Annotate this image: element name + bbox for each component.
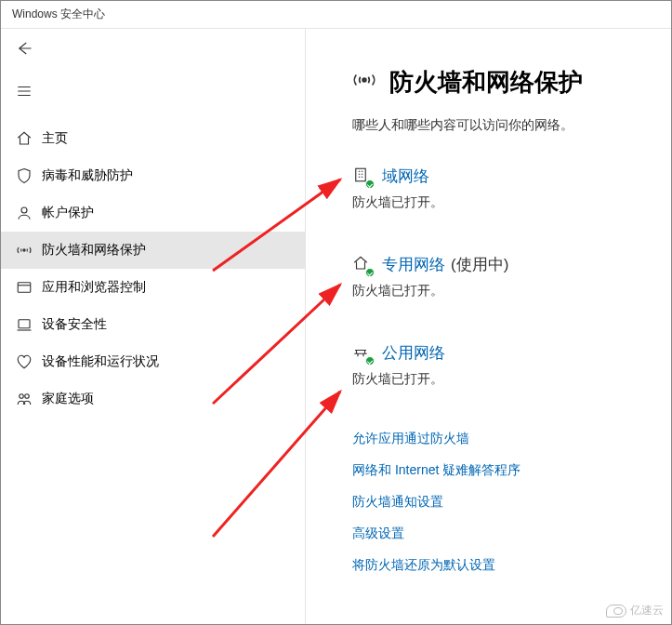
page-description: 哪些人和哪些内容可以访问你的网络。	[352, 117, 671, 134]
app-icon	[16, 279, 42, 296]
content-area: 防火墙和网络保护 哪些人和哪些内容可以访问你的网络。 域网络 防火墙已打开。 专…	[306, 29, 671, 624]
link-troubleshoot[interactable]: 网络和 Internet 疑难解答程序	[352, 462, 671, 479]
link-allow-app[interactable]: 允许应用通过防火墙	[352, 431, 671, 447]
network-public[interactable]: 公用网络 防火墙已打开。	[352, 342, 671, 388]
network-private[interactable]: 专用网络 (使用中) 防火墙已打开。	[352, 254, 671, 299]
sidebar-item-label: 主页	[42, 130, 68, 147]
building-icon	[352, 166, 373, 187]
link-advanced[interactable]: 高级设置	[352, 525, 671, 542]
bench-icon	[352, 343, 373, 364]
family-icon	[16, 391, 42, 407]
account-icon	[16, 205, 42, 221]
sidebar-item-home[interactable]: 主页	[1, 120, 305, 157]
svg-point-4	[20, 394, 24, 399]
network-domain[interactable]: 域网络 防火墙已打开。	[352, 166, 671, 211]
sidebar-item-family[interactable]: 家庭选项	[1, 380, 305, 418]
sidebar-item-label: 防火墙和网络保护	[42, 242, 146, 259]
sidebar: 主页 病毒和威胁防护 帐户保护 防火墙和网络保护	[1, 29, 306, 624]
window-title: Windows 安全中心	[12, 7, 105, 22]
sidebar-item-firewall[interactable]: 防火墙和网络保护	[1, 232, 305, 269]
shield-icon	[16, 167, 42, 184]
device-icon	[16, 316, 42, 333]
network-status: 防火墙已打开。	[352, 371, 671, 388]
svg-rect-2	[18, 283, 31, 293]
link-restore-default[interactable]: 将防火墙还原为默认设置	[352, 557, 671, 574]
sidebar-item-device-security[interactable]: 设备安全性	[1, 306, 305, 343]
title-bar: Windows 安全中心	[1, 1, 671, 29]
svg-rect-3	[19, 320, 30, 328]
sidebar-item-label: 帐户保护	[42, 205, 94, 221]
sidebar-item-label: 设备安全性	[42, 316, 107, 333]
sidebar-item-virus[interactable]: 病毒和威胁防护	[1, 157, 305, 194]
svg-point-6	[362, 78, 366, 82]
house-icon	[352, 255, 373, 275]
svg-rect-7	[356, 168, 366, 181]
sidebar-item-account[interactable]: 帐户保护	[1, 194, 305, 232]
network-title: 域网络	[382, 166, 429, 187]
watermark-text: 亿速云	[630, 603, 664, 618]
watermark: 亿速云	[606, 603, 664, 618]
heart-icon	[16, 353, 42, 370]
cloud-icon	[606, 605, 626, 618]
sidebar-item-label: 家庭选项	[42, 391, 94, 407]
antenna-icon	[352, 68, 376, 98]
link-notifications[interactable]: 防火墙通知设置	[352, 494, 671, 511]
sidebar-item-label: 应用和浏览器控制	[42, 279, 146, 296]
sidebar-item-app-browser[interactable]: 应用和浏览器控制	[1, 269, 305, 306]
svg-point-5	[25, 394, 30, 399]
network-status: 防火墙已打开。	[352, 283, 671, 299]
menu-icon[interactable]	[16, 83, 33, 103]
network-title: 专用网络	[382, 254, 445, 275]
network-status: 防火墙已打开。	[352, 194, 671, 211]
network-title: 公用网络	[382, 342, 445, 364]
home-icon	[16, 130, 42, 147]
antenna-icon	[16, 242, 42, 259]
svg-point-1	[23, 249, 25, 251]
svg-point-0	[21, 207, 27, 213]
sidebar-item-label: 设备性能和运行状况	[42, 353, 159, 370]
link-list: 允许应用通过防火墙 网络和 Internet 疑难解答程序 防火墙通知设置 高级…	[352, 431, 671, 574]
sidebar-item-device-health[interactable]: 设备性能和运行状况	[1, 343, 305, 380]
back-icon[interactable]	[16, 40, 33, 61]
sidebar-item-label: 病毒和威胁防护	[42, 167, 133, 184]
page-title: 防火墙和网络保护	[389, 66, 583, 99]
network-suffix: (使用中)	[451, 254, 508, 275]
